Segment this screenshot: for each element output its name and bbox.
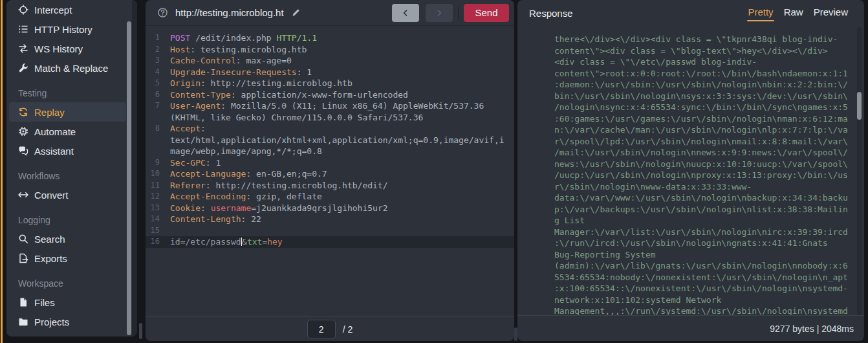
request-line: 9Sec-GPC: 1: [146, 157, 514, 169]
response-line: p:\/var\/backups:\/usr\/sbin\/nologin\nl…: [554, 204, 854, 216]
response-line: :60:games:\/usr\/games:\/usr\/sbin\/nolo…: [554, 113, 854, 125]
response-line: content\"><div class = \"blog-text\">hey…: [554, 45, 854, 57]
response-scroll-track: [857, 27, 862, 315]
response-line: 5534:65534:nobody:\/nonexistent:\/usr\/s…: [554, 272, 854, 283]
page-number-input[interactable]: [307, 320, 336, 338]
request-line: 7User-Agent: Mozilla/5.0 (X11; Linux x86…: [146, 100, 514, 112]
sidebar-item-label: Files: [34, 297, 55, 308]
request-line: 1POST /edit/index.php HTTP/1.1: [146, 32, 514, 44]
response-line: <div class = \"\/etc\/passwd blog-indiv-: [554, 56, 854, 68]
wrench-icon: [18, 63, 29, 74]
history-forward-button[interactable]: [426, 4, 453, 22]
request-line: 2Host: testing.microblog.htb: [146, 44, 514, 56]
sidebar-section-label: Workspace: [6, 274, 137, 293]
send-button[interactable]: Send: [464, 4, 509, 22]
sidebar-item-replay[interactable]: Replay: [9, 102, 126, 122]
tab-raw[interactable]: Raw: [783, 5, 804, 21]
request-line: 5Origin: http://testing.microblog.htb: [146, 78, 514, 89]
request-line: 14Content-Length: 22: [146, 214, 514, 225]
request-line: 6Content-Type: application/x-www-form-ur…: [146, 89, 514, 101]
refresh-icon: [18, 107, 29, 118]
sidebar-section-label: Logging: [6, 211, 137, 229]
sidebar-item-convert[interactable]: Convert: [9, 185, 126, 205]
sidebar-item-assistant[interactable]: Assistant: [9, 141, 126, 160]
folder-icon: [18, 316, 29, 327]
sidebar-item-label: Search: [34, 234, 65, 245]
sidebar-section-label: Workflows: [6, 167, 137, 185]
response-line: Manager:\/var\/list:\/usr\/sbin\/nologin…: [554, 227, 854, 238]
request-line: 11Referer: http://testing.microblog.htb/…: [146, 180, 514, 192]
tab-pretty[interactable]: Pretty: [747, 5, 774, 21]
response-title: Response: [529, 8, 573, 19]
sidebar-item-search[interactable]: Search: [9, 229, 126, 249]
request-pagination: / 2: [146, 316, 514, 341]
request-line: 13Cookie: username=j2uankkada9qrsjlgihoh…: [146, 203, 514, 214]
response-line: there<\/div><\/div><div class = \"tkpnr4…: [554, 34, 854, 45]
response-scroll-thumb[interactable]: [857, 92, 862, 120]
request-toolbar: http://testing.microblog.ht Send: [146, 0, 514, 26]
response-tabs: PrettyRawPreview: [747, 5, 849, 21]
response-line: data:\/var\/www:\/usr\/sbin\/nologin\nba…: [554, 192, 854, 204]
response-panel: Response PrettyRawPreview there<\/div><\…: [517, 0, 864, 341]
left-right-arrow-icon: [18, 190, 29, 201]
request-line: 4Upgrade-Insecure-Requests: 1: [146, 67, 514, 78]
response-line: n:\/var\/cache\/man:\/usr\/sbin\/nologin…: [554, 124, 854, 136]
export-icon: [18, 253, 29, 264]
sidebar-item-automate[interactable]: Automate: [9, 122, 126, 141]
response-line: r\/spool\/lpd:\/usr\/sbin\/nologin\nmail…: [554, 136, 854, 148]
chip-icon: [18, 126, 29, 137]
response-body[interactable]: there<\/div><\/div><div class = \"tkpnr4…: [517, 26, 854, 315]
history-back-button[interactable]: [392, 4, 419, 22]
chevron-left-icon: [402, 9, 409, 17]
request-editor[interactable]: 1POST /edit/index.php HTTP/1.12Host: tes…: [146, 27, 514, 316]
response-line: Bug-Reporting System: [554, 249, 854, 261]
response-line: /mail:\/usr\/sbin\/nologin\nnews:x:9:9:n…: [554, 147, 854, 159]
list-icon: [18, 24, 29, 35]
request-line: mage/webp,image/apng,*/*;q=0.8: [146, 146, 514, 157]
edit-url-pencil-icon[interactable]: [292, 8, 301, 17]
request-line: 3Cache-Control: max-age=0: [146, 55, 514, 67]
sidebar-item-http-history[interactable]: HTTP History: [9, 19, 126, 39]
response-line: g List: [554, 215, 854, 227]
crosshair-icon: [18, 5, 29, 16]
response-line: r\/sbin\/nologin\nwww-data:x:33:33:www-: [554, 181, 854, 193]
tab-preview[interactable]: Preview: [813, 5, 849, 21]
sidebar-section-label: Testing: [6, 84, 137, 102]
request-line: text/html,application/xhtml+xml,applicat…: [146, 135, 514, 146]
sidebar-scroll-thumb[interactable]: [127, 21, 131, 335]
search-icon: [18, 234, 29, 245]
response-line: (admin):\/var\/lib\/gnats:\/usr\/sbin\/n…: [554, 260, 854, 272]
sidebar-item-match-replace[interactable]: Match & Replace: [9, 58, 126, 78]
sidebar-item-label: HTTP History: [34, 24, 92, 35]
response-line: network:x:101:102:systemd Network: [554, 294, 854, 306]
response-line: /uucp:\/usr\/sbin\/nologin\nproxy:x:13:1…: [554, 170, 854, 181]
file-icon: [18, 297, 29, 308]
response-line: news:\/usr\/sbin\/nologin\nuucp:x:10:10:…: [554, 159, 854, 170]
page-total-label: / 2: [343, 324, 353, 335]
sidebar-item-ws-history[interactable]: WS History: [9, 39, 126, 58]
sidebar-item-projects[interactable]: Projects: [9, 312, 126, 331]
response-stats: 9277 bytes | 2048ms: [770, 324, 854, 334]
swap-arrows-icon: [18, 43, 29, 54]
panel-resize-handle-left[interactable]: [139, 323, 142, 339]
response-line: /nologin\nsync:x:4:65534:sync:\/bin:\/bi…: [554, 102, 854, 113]
response-line: :x:100:65534::\/nonexistent:\/usr\/sbin\…: [554, 283, 854, 294]
help-icon[interactable]: [157, 7, 168, 18]
request-panel: http://testing.microblog.ht Send 1POST /…: [146, 0, 514, 341]
response-line: Management,,,:\/run\/systemd:\/usr\/sbin…: [554, 305, 854, 315]
request-line: (KHTML, like Gecko) Chrome/115.0.0.0 Saf…: [146, 112, 514, 124]
sidebar-item-label: Convert: [34, 190, 69, 201]
request-url[interactable]: http://testing.microblog.ht: [175, 7, 284, 18]
sidebar-item-files[interactable]: Files: [9, 293, 126, 312]
sidebar-nav: InterceptHTTP HistoryWS HistoryMatch & R…: [6, 0, 137, 331]
sidebar-item-label: Assistant: [34, 146, 74, 157]
sidebar-item-exports[interactable]: Exports: [9, 249, 126, 268]
sidebar-item-label: Projects: [34, 316, 69, 327]
panel-resize-handle-right[interactable]: [514, 327, 517, 341]
sidebar-item-label: WS History: [34, 43, 83, 54]
response-header: Response PrettyRawPreview: [517, 0, 864, 26]
response-line: content\">root:x:0:0:root:\/root:\/bin\/…: [554, 68, 854, 80]
sidebar-item-label: Automate: [34, 126, 76, 137]
sidebar-item-intercept[interactable]: Intercept: [9, 0, 126, 19]
sidebar-item-label: Replay: [34, 107, 65, 118]
